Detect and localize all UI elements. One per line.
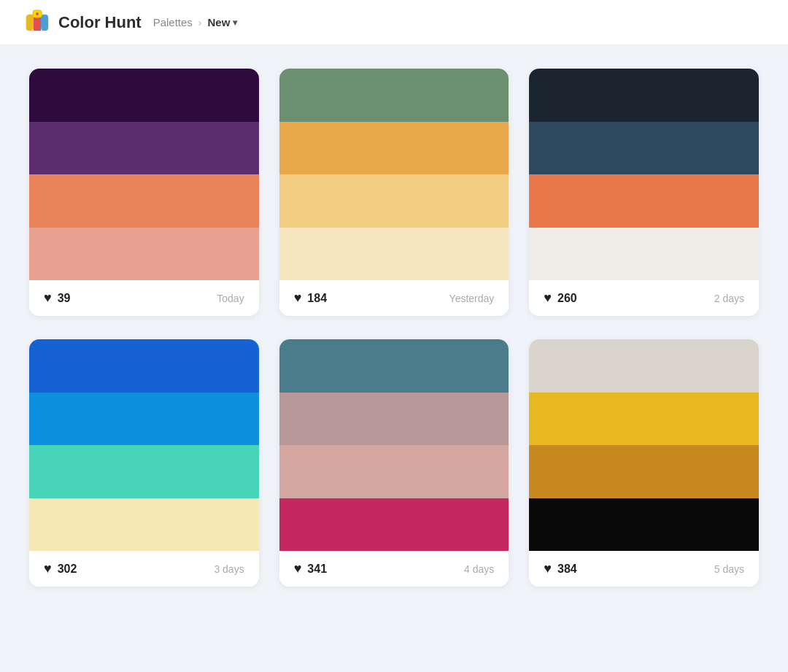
palette-colors — [29, 339, 259, 551]
color-strip-2 — [279, 445, 509, 498]
color-strip-0 — [279, 69, 509, 122]
palette-card[interactable]: ♥ 260 2 days — [529, 69, 759, 316]
card-footer: ♥ 260 2 days — [529, 280, 759, 316]
heart-icon: ♥ — [44, 561, 52, 576]
svg-rect-3 — [41, 15, 48, 31]
card-footer: ♥ 184 Yesterday — [279, 280, 509, 316]
card-footer: ♥ 39 Today — [29, 280, 259, 316]
site-header: Color Hunt Palettes › New ▾ — [0, 0, 788, 45]
time-label: 5 days — [714, 563, 744, 575]
color-strip-1 — [279, 122, 509, 175]
color-strip-0 — [529, 69, 759, 122]
card-footer: ♥ 302 3 days — [29, 551, 259, 587]
likes-container: ♥ 260 — [544, 290, 576, 306]
card-footer: ♥ 341 4 days — [279, 551, 509, 587]
palette-colors — [279, 69, 509, 280]
palette-colors — [29, 69, 259, 280]
time-label: 2 days — [714, 293, 744, 304]
color-strip-3 — [279, 228, 509, 281]
time-label: 3 days — [214, 563, 244, 575]
color-strip-2 — [29, 445, 259, 498]
nav-current[interactable]: New ▾ — [208, 16, 238, 28]
palette-colors — [529, 69, 759, 280]
color-strip-3 — [529, 498, 759, 552]
heart-icon: ♥ — [294, 561, 302, 576]
color-strip-1 — [529, 122, 759, 175]
palette-card[interactable]: ♥ 341 4 days — [279, 339, 509, 587]
heart-icon: ♥ — [294, 290, 302, 306]
color-strip-0 — [29, 339, 259, 393]
likes-container: ♥ 384 — [544, 561, 576, 576]
breadcrumb-separator: › — [198, 17, 202, 28]
likes-count: 260 — [557, 292, 577, 305]
main-content: ♥ 39 Today ♥ 184 Yesterday ♥ 260 2 days … — [0, 45, 788, 610]
color-strip-1 — [279, 393, 509, 446]
logo-text: Color Hunt — [58, 13, 142, 32]
likes-container: ♥ 302 — [44, 561, 77, 576]
likes-container: ♥ 39 — [44, 290, 70, 306]
color-strip-3 — [279, 498, 509, 552]
color-strip-2 — [529, 445, 759, 498]
color-strip-2 — [279, 174, 509, 228]
color-strip-1 — [29, 393, 259, 446]
color-strip-1 — [29, 122, 259, 175]
likes-count: 384 — [557, 563, 577, 576]
palette-card[interactable]: ♥ 384 5 days — [529, 339, 759, 587]
logo[interactable]: Color Hunt — [23, 9, 142, 36]
color-strip-0 — [529, 339, 759, 393]
likes-count: 184 — [307, 292, 327, 305]
color-strip-0 — [279, 339, 509, 393]
palette-grid: ♥ 39 Today ♥ 184 Yesterday ♥ 260 2 days … — [29, 69, 759, 587]
likes-count: 39 — [58, 292, 71, 305]
palette-colors — [279, 339, 509, 551]
likes-count: 302 — [58, 563, 77, 576]
time-label: Today — [217, 293, 244, 304]
chevron-down-icon: ▾ — [233, 18, 237, 28]
card-footer: ♥ 384 5 days — [529, 551, 759, 587]
color-strip-2 — [29, 174, 259, 228]
palette-card[interactable]: ♥ 39 Today — [29, 69, 259, 316]
likes-container: ♥ 341 — [294, 561, 327, 576]
nav-palettes[interactable]: Palettes — [153, 16, 193, 28]
svg-point-5 — [36, 12, 39, 15]
color-strip-3 — [29, 498, 259, 552]
time-label: Yesterday — [449, 293, 495, 304]
likes-container: ♥ 184 — [294, 290, 327, 306]
time-label: 4 days — [464, 563, 494, 575]
color-strip-0 — [29, 69, 259, 122]
color-strip-3 — [529, 228, 759, 281]
likes-count: 341 — [307, 563, 327, 576]
palette-card[interactable]: ♥ 184 Yesterday — [279, 69, 509, 316]
svg-rect-1 — [26, 15, 34, 31]
palette-colors — [529, 339, 759, 551]
color-strip-1 — [529, 393, 759, 446]
heart-icon: ♥ — [544, 290, 552, 306]
color-strip-2 — [529, 174, 759, 228]
heart-icon: ♥ — [44, 290, 52, 306]
logo-icon — [23, 9, 51, 36]
breadcrumb: Palettes › New ▾ — [153, 16, 238, 28]
color-strip-3 — [29, 228, 259, 281]
heart-icon: ♥ — [544, 561, 552, 576]
palette-card[interactable]: ♥ 302 3 days — [29, 339, 259, 587]
